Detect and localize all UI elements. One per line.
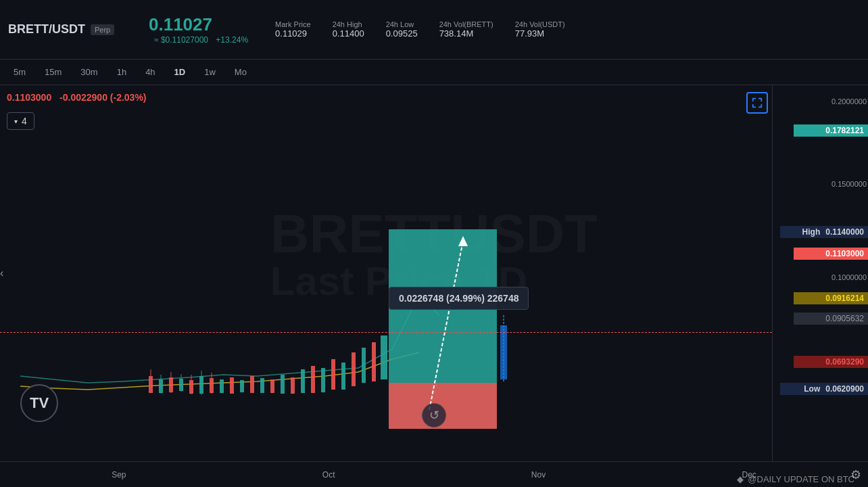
price-badge-0905: 0.0905632 (794, 312, 868, 325)
vol-usdt-label: 24h Vol(USDT) (515, 20, 565, 28)
tf-30m[interactable]: 30m (80, 67, 97, 77)
svg-rect-32 (362, 348, 366, 383)
expand-icon[interactable] (746, 92, 768, 114)
tf-5m[interactable]: 5m (14, 67, 26, 77)
price-badge-1782: 0.1782121 (794, 124, 868, 137)
svg-rect-24 (281, 375, 285, 394)
high-24h-value: 0.11400 (333, 28, 364, 39)
svg-rect-19 (230, 377, 234, 394)
svg-rect-21 (250, 376, 254, 393)
tf-mo[interactable]: Mo (235, 67, 247, 77)
tv-logo: TV (20, 384, 58, 422)
tf-4h[interactable]: 4h (145, 67, 155, 77)
chevron-down-icon: ▾ (14, 118, 18, 125)
vol-usdt-value: 77.93M (515, 28, 565, 39)
svg-rect-27 (311, 366, 315, 393)
timeframe-bar: 5m 15m 30m 1h 4h 1D 1w Mo (0, 60, 868, 85)
low-24h-label: 24h Low (386, 20, 418, 28)
dropdown-value: 4 (22, 116, 27, 126)
price-level-3: 0.1500000 (831, 180, 867, 188)
main-price: 0.11027 (149, 14, 248, 35)
vol-brett-label: 24h Vol(BRETT) (439, 20, 493, 28)
low-badge: Low 0.0620900 (780, 383, 868, 395)
svg-rect-33 (372, 342, 376, 381)
bottom-watermark-text: @DAILY UPDATE ON BTC (748, 474, 854, 484)
svg-rect-28 (321, 368, 325, 392)
left-arrow[interactable]: ‹ (0, 267, 3, 279)
header: BRETT/USDT Perp 0.11027 ≈ $0.11027000 +1… (0, 0, 868, 60)
low-24h-value: 0.09525 (386, 28, 418, 39)
bottom-watermark: ◆ @DAILY UPDATE ON BTC (737, 474, 854, 484)
tf-1d[interactable]: 1D (174, 67, 186, 77)
expand-svg (751, 97, 763, 109)
mark-price-value: 0.11029 (275, 28, 311, 39)
svg-rect-34 (381, 335, 387, 379)
price-block: 0.11027 ≈ $0.11027000 +13.24% (149, 14, 248, 45)
dotted-price-line (0, 332, 772, 333)
price-badge-1103: 0.1103000 (794, 248, 868, 260)
svg-rect-23 (270, 379, 274, 393)
price-axis: 0.2000000 0.1782121 0.1500000 High 0.114… (772, 85, 868, 461)
mark-price-label: Mark Price (275, 20, 311, 28)
chart-price-info: 0.1103000 -0.0022900 (-2.03%) (7, 92, 147, 103)
vol-brett-stat: 24h Vol(BRETT) 738.14M (439, 20, 493, 39)
tf-1w[interactable]: 1w (204, 67, 216, 77)
vol-usdt-stat: 24h Vol(USDT) 77.93M (515, 20, 565, 39)
time-oct: Oct (322, 470, 335, 480)
tf-15m[interactable]: 15m (45, 67, 62, 77)
time-sep: Sep (112, 470, 126, 480)
pair-info: BRETT/USDT Perp (8, 22, 143, 37)
usd-price: ≈ $0.11027000 +13.24% (149, 35, 248, 45)
chart-tooltip: 0.0226748 (24.99%) 226748 (389, 287, 529, 310)
price-level-6: 0.1000000 (831, 273, 867, 281)
chart-current-price: 0.1103000 (7, 92, 51, 103)
stats-bar: Mark Price 0.11029 24h High 0.11400 24h … (275, 20, 860, 39)
high-value: 0.1140000 (825, 227, 864, 237)
pair-name: BRETT/USDT (8, 22, 85, 37)
reset-button[interactable]: ↺ (422, 403, 446, 427)
mark-price-stat: Mark Price 0.11029 (275, 20, 311, 39)
svg-rect-18 (220, 379, 224, 393)
svg-rect-22 (260, 378, 264, 393)
perp-badge: Perp (91, 24, 114, 35)
svg-rect-20 (240, 380, 244, 392)
low-label: Low (804, 384, 820, 394)
low-24h-stat: 24h Low 0.09525 (386, 20, 418, 39)
chart-svg-area (0, 85, 772, 461)
high-label: High (802, 227, 821, 237)
svg-rect-26 (301, 369, 305, 393)
high-24h-label: 24h High (333, 20, 364, 28)
svg-rect-30 (341, 363, 345, 390)
svg-rect-29 (331, 359, 335, 390)
vol-brett-value: 738.14M (439, 28, 493, 39)
chart-price-change: -0.0022900 (-2.03%) (59, 92, 146, 103)
diamond-icon: ◆ (737, 474, 744, 484)
chart-container: BRETTUSDT Last Price 1D (0, 85, 868, 461)
high-badge: High 0.1140000 (780, 226, 868, 238)
price-badge-0693: 0.0693290 (794, 356, 868, 368)
low-value: 0.0620900 (825, 384, 864, 394)
tf-1h[interactable]: 1h (117, 67, 126, 77)
dropdown-4[interactable]: ▾ 4 (7, 112, 34, 130)
svg-rect-25 (291, 377, 295, 394)
svg-rect-31 (352, 352, 356, 386)
price-level-1: 0.2000000 (831, 97, 867, 106)
price-change: +13.24% (216, 35, 248, 45)
high-24h-stat: 24h High 0.11400 (333, 20, 364, 39)
price-badge-0916: 0.0916214 (794, 292, 868, 304)
time-nov: Nov (531, 470, 546, 480)
